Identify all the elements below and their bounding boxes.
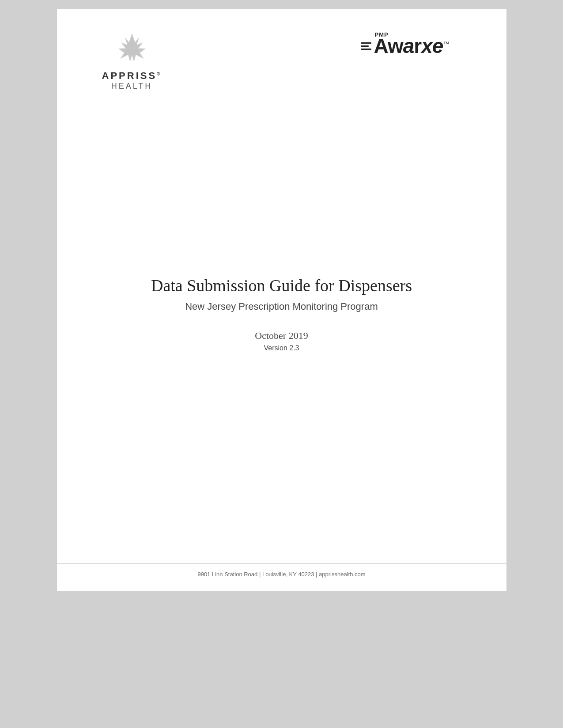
document-title: Data Submission Guide for Dispensers (151, 276, 412, 296)
main-content: Data Submission Guide for Dispensers New… (116, 64, 447, 563)
document-page: APPRISS® HEALTH PMP Awarxe™ (57, 9, 507, 591)
awarxe-lines-container: Awarxe™ (361, 36, 449, 56)
document-date: October 2019 (255, 330, 308, 341)
document-subtitle: New Jersey Prescription Monitoring Progr… (185, 301, 378, 312)
awarxe-decorative-lines (361, 42, 371, 50)
awarxe-line-1 (361, 42, 371, 44)
awarxe-line-3 (361, 49, 371, 50)
appriss-icon (108, 31, 156, 67)
awarxe-brand-text: Awarxe™ (374, 36, 449, 56)
footer-address: 9901 Linn Station Road | Louisville, KY … (92, 571, 471, 578)
svg-marker-1 (121, 36, 143, 60)
awarxe-logo: PMP Awarxe™ (361, 31, 471, 56)
page-footer: 9901 Linn Station Road | Louisville, KY … (57, 563, 506, 591)
document-version: Version 2.3 (264, 344, 299, 352)
awarxe-line-2 (361, 45, 369, 47)
pmp-awarxe-container: PMP Awarxe™ (361, 31, 449, 56)
